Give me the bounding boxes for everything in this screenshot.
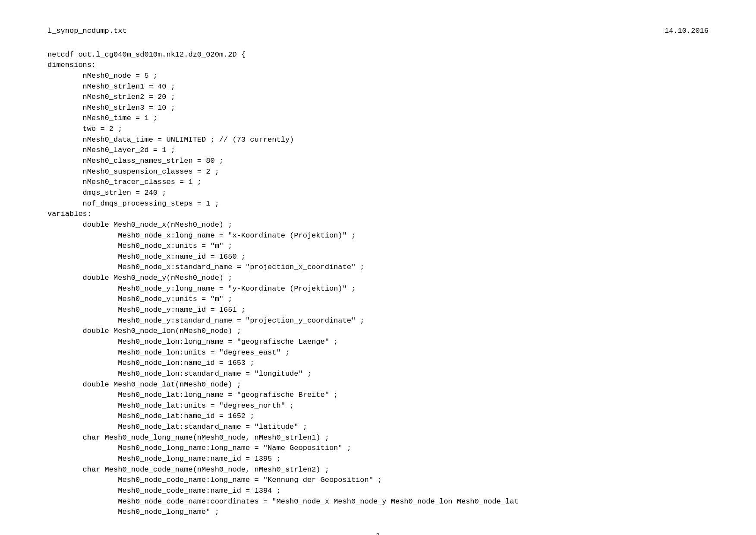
document-footer: 1 xyxy=(47,531,709,535)
document-header: l_synop_ncdump.txt 14.10.2016 xyxy=(47,26,709,37)
document-content: netcdf out.l_cg040m_sd010m.nk12.dz0_020m… xyxy=(47,50,709,518)
page-number: 1 xyxy=(376,532,380,535)
filename-label: l_synop_ncdump.txt xyxy=(47,26,127,37)
date-label: 14.10.2016 xyxy=(665,26,709,37)
